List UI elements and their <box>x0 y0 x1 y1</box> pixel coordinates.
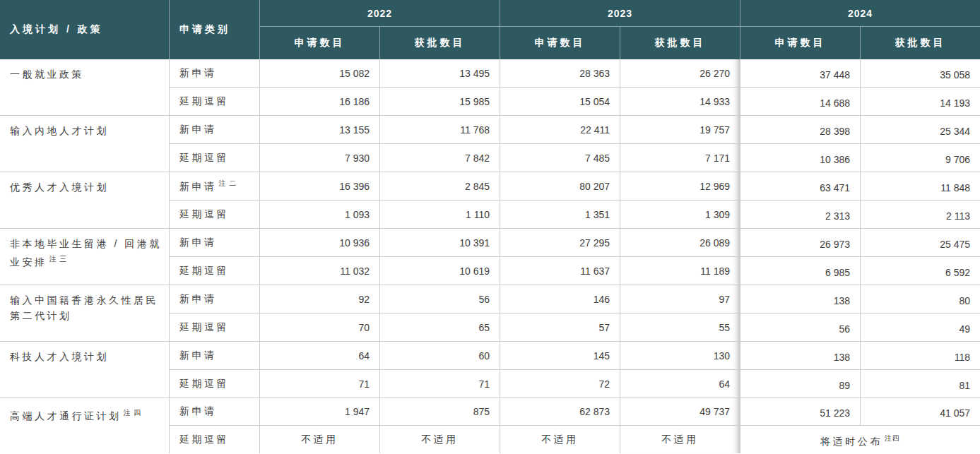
year-header-2023: 2023 <box>500 0 740 27</box>
value-cell: 80 207 <box>500 172 620 201</box>
type-cell: 延期逗留 <box>170 201 260 229</box>
value-cell: 13 155 <box>260 116 380 144</box>
value-cell: 57 <box>500 313 620 342</box>
table-header: 入境计划 / 政策 申请类别 2022 2023 2024 申请数目 获批数目 … <box>0 0 980 59</box>
scheme-cell: 输入中国籍香港永久性居民第二代计划 <box>0 285 170 342</box>
value-cell: 41 057 <box>861 398 980 426</box>
type-cell: 延期逗留 <box>170 257 260 285</box>
table-body: 一般就业政策 新申请 15 082 13 495 28 363 26 270 3… <box>0 59 980 453</box>
type-cell: 延期逗留 <box>170 370 260 398</box>
value-cell: 65 <box>380 313 500 342</box>
value-cell: 2 845 <box>380 172 500 201</box>
type-cell: 新申请 <box>170 398 260 426</box>
value-cell: 26 089 <box>620 229 740 257</box>
note-2-superscript: 注 二 <box>219 179 237 187</box>
value-cell: 71 <box>380 370 500 398</box>
type-cell: 新申请 <box>170 342 260 370</box>
value-cell: 72 <box>500 370 620 398</box>
value-cell: 63 471 <box>740 172 861 201</box>
table-row: 优秀人才入境计划 新申请注 二 16 396 2 845 80 207 12 9… <box>0 172 980 201</box>
value-cell: 27 295 <box>500 229 620 257</box>
applied-subheader-2022: 申请数目 <box>260 27 380 59</box>
approved-subheader-2022: 获批数目 <box>380 27 500 59</box>
value-cell: 16 186 <box>260 88 380 116</box>
value-cell: 11 637 <box>500 257 620 285</box>
table-row: 科技人才入境计划 新申请 64 60 145 130 138 118 <box>0 342 980 370</box>
applied-subheader-2024: 申请数目 <box>740 27 861 59</box>
type-cell: 延期逗留 <box>170 426 260 453</box>
applied-subheader-2023: 申请数目 <box>500 27 620 59</box>
value-cell: 26 270 <box>620 59 740 88</box>
value-cell: 14 933 <box>620 88 740 116</box>
scheme-cell: 优秀人才入境计划 <box>0 172 170 229</box>
value-cell: 11 032 <box>260 257 380 285</box>
value-cell: 15 054 <box>500 88 620 116</box>
value-cell: 16 396 <box>260 172 380 201</box>
value-cell: 146 <box>500 285 620 313</box>
value-cell: 49 <box>861 313 980 342</box>
value-cell: 138 <box>740 285 861 313</box>
value-cell: 37 448 <box>740 59 861 88</box>
value-cell: 10 386 <box>740 144 861 172</box>
table-row: 非本地毕业生留港 / 回港就业安排注 三 新申请 10 936 10 391 2… <box>0 229 980 257</box>
value-cell: 25 475 <box>861 229 980 257</box>
value-cell: 11 768 <box>380 116 500 144</box>
type-cell: 新申请 <box>170 285 260 313</box>
approved-subheader-2024: 获批数目 <box>861 27 980 59</box>
value-cell: 不适用 <box>380 426 500 453</box>
scheme-cell: 非本地毕业生留港 / 回港就业安排注 三 <box>0 229 170 285</box>
scheme-column-header: 入境计划 / 政策 <box>0 0 170 59</box>
value-cell: 130 <box>620 342 740 370</box>
table-row: 输入中国籍香港永久性居民第二代计划 新申请 92 56 146 97 138 8… <box>0 285 980 313</box>
type-cell: 延期逗留 <box>170 88 260 116</box>
value-cell: 145 <box>500 342 620 370</box>
year-header-2022: 2022 <box>260 0 500 27</box>
value-cell: 11 848 <box>861 172 980 201</box>
value-cell: 97 <box>620 285 740 313</box>
scheme-cell: 输入内地人才计划 <box>0 116 170 172</box>
value-cell: 13 495 <box>380 59 500 88</box>
value-cell: 14 688 <box>740 88 861 116</box>
value-cell: 11 189 <box>620 257 740 285</box>
approved-subheader-2023: 获批数目 <box>620 27 740 59</box>
note-4-superscript: 注 四 <box>124 409 142 417</box>
value-cell: 64 <box>260 342 380 370</box>
value-cell: 1 110 <box>380 201 500 229</box>
value-cell: 62 873 <box>500 398 620 426</box>
value-cell: 875 <box>380 398 500 426</box>
type-cell: 延期逗留 <box>170 313 260 342</box>
value-cell: 10 391 <box>380 229 500 257</box>
value-cell: 1 947 <box>260 398 380 426</box>
value-cell: 89 <box>740 370 861 398</box>
scheme-cell: 科技人才入境计划 <box>0 342 170 398</box>
value-cell: 71 <box>260 370 380 398</box>
table-row: 一般就业政策 新申请 15 082 13 495 28 363 26 270 3… <box>0 59 980 88</box>
type-cell: 新申请注 二 <box>170 172 260 201</box>
year-header-2024: 2024 <box>740 0 980 27</box>
value-cell: 60 <box>380 342 500 370</box>
value-cell: 1 351 <box>500 201 620 229</box>
tba-cell: 将适时公布注四 <box>740 426 980 453</box>
value-cell: 26 973 <box>740 229 861 257</box>
value-cell: 15 082 <box>260 59 380 88</box>
type-cell: 新申请 <box>170 59 260 88</box>
table-row: 高端人才通行证计划注 四 新申请 1 947 875 62 873 49 737… <box>0 398 980 426</box>
value-cell: 56 <box>380 285 500 313</box>
value-cell: 92 <box>260 285 380 313</box>
immigration-statistics-table: 入境计划 / 政策 申请类别 2022 2023 2024 申请数目 获批数目 … <box>0 0 980 453</box>
value-cell: 64 <box>620 370 740 398</box>
type-cell: 延期逗留 <box>170 144 260 172</box>
value-cell: 19 757 <box>620 116 740 144</box>
table-row: 输入内地人才计划 新申请 13 155 11 768 22 411 19 757… <box>0 116 980 144</box>
value-cell: 12 969 <box>620 172 740 201</box>
value-cell: 22 411 <box>500 116 620 144</box>
value-cell: 2 113 <box>861 201 980 229</box>
value-cell: 49 737 <box>620 398 740 426</box>
value-cell: 15 985 <box>380 88 500 116</box>
scheme-cell: 一般就业政策 <box>0 59 170 116</box>
value-cell: 不适用 <box>500 426 620 453</box>
value-cell: 2 313 <box>740 201 861 229</box>
value-cell: 10 936 <box>260 229 380 257</box>
value-cell: 14 193 <box>861 88 980 116</box>
type-column-header: 申请类别 <box>170 0 260 59</box>
